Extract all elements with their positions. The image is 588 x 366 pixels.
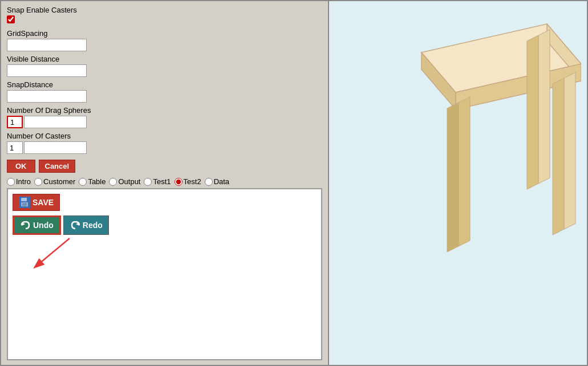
- radio-data[interactable]: [205, 178, 213, 186]
- num-casters-label: Number Of Casters: [7, 132, 322, 140]
- snap-distance-group: SnapDistance 2: [7, 80, 322, 103]
- snap-distance-label: SnapDistance: [7, 80, 322, 89]
- content-area: SAVE: [7, 188, 322, 360]
- radio-tab-output[interactable]: Output: [109, 177, 140, 186]
- ok-cancel-row: OK Cancel: [7, 160, 322, 173]
- snap-enable-casters-label: Snap Enable Casters: [7, 6, 322, 14]
- grid-spacing-label: GridSpacing: [7, 29, 322, 38]
- cancel-button[interactable]: Cancel: [39, 160, 76, 173]
- radio-test1[interactable]: [144, 178, 152, 186]
- radio-customer[interactable]: [34, 178, 42, 186]
- save-button[interactable]: SAVE: [13, 194, 60, 211]
- svg-marker-12: [564, 72, 575, 229]
- radio-tabs: Intro Customer Table Output Test1 Test2: [7, 177, 322, 186]
- svg-marker-17: [447, 103, 459, 252]
- radio-tab-test2[interactable]: Test2: [175, 177, 201, 186]
- redo-label: Redo: [83, 221, 103, 230]
- left-panel: Snap Enable Casters GridSpacing 1 Visibl…: [1, 1, 329, 365]
- undo-icon: [20, 219, 31, 231]
- visible-distance-label: Visible Distance: [7, 55, 322, 63]
- svg-marker-14: [538, 30, 550, 184]
- grid-spacing-group: GridSpacing 1: [7, 29, 322, 51]
- redo-icon: [70, 219, 81, 231]
- radio-test2[interactable]: [175, 178, 183, 186]
- svg-marker-15: [527, 35, 538, 189]
- undo-button[interactable]: Undo: [13, 215, 61, 235]
- radio-tab-test1[interactable]: Test1: [144, 177, 171, 186]
- radio-tab-intro[interactable]: Intro: [7, 177, 31, 186]
- snap-enable-casters-checkbox[interactable]: [7, 15, 15, 23]
- save-icon: [19, 197, 30, 208]
- num-casters-input[interactable]: [7, 141, 23, 154]
- undo-redo-row: Undo Redo: [13, 215, 317, 235]
- radio-intro[interactable]: [7, 178, 15, 186]
- radio-output[interactable]: [109, 178, 117, 186]
- save-label: SAVE: [33, 198, 54, 207]
- radio-table[interactable]: [79, 178, 87, 186]
- num-drag-spheres-label: Number Of Drag Spheres: [7, 106, 322, 115]
- arrow-annotation: [24, 233, 92, 278]
- right-panel: [329, 1, 587, 365]
- svg-rect-1: [21, 198, 27, 201]
- radio-tab-data[interactable]: Data: [205, 177, 229, 186]
- snap-enable-casters-group: Snap Enable Casters: [7, 6, 322, 26]
- visible-distance-group: Visible Distance 3: [7, 55, 322, 77]
- num-drag-spheres-input[interactable]: [7, 116, 23, 128]
- ok-button[interactable]: OK: [7, 160, 35, 173]
- redo-button[interactable]: Redo: [63, 215, 109, 235]
- svg-marker-16: [459, 97, 470, 246]
- table-3d-view: [376, 7, 581, 252]
- svg-rect-3: [22, 203, 27, 206]
- snap-enable-casters-row: [7, 15, 322, 23]
- svg-line-5: [35, 238, 70, 267]
- grid-spacing-input[interactable]: 1: [7, 39, 87, 51]
- main-container: Snap Enable Casters GridSpacing 1 Visibl…: [0, 0, 588, 366]
- num-casters-extra-input[interactable]: [24, 141, 87, 154]
- radio-tab-table[interactable]: Table: [79, 177, 106, 186]
- undo-label: Undo: [33, 221, 54, 230]
- snap-distance-input[interactable]: 2: [7, 90, 87, 103]
- radio-tab-customer[interactable]: Customer: [34, 177, 75, 186]
- visible-distance-input[interactable]: 3: [7, 64, 87, 77]
- num-casters-group: Number Of Casters: [7, 132, 322, 154]
- svg-marker-13: [553, 78, 564, 235]
- num-drag-spheres-extra-input[interactable]: [24, 116, 87, 128]
- num-drag-spheres-group: Number Of Drag Spheres: [7, 106, 322, 128]
